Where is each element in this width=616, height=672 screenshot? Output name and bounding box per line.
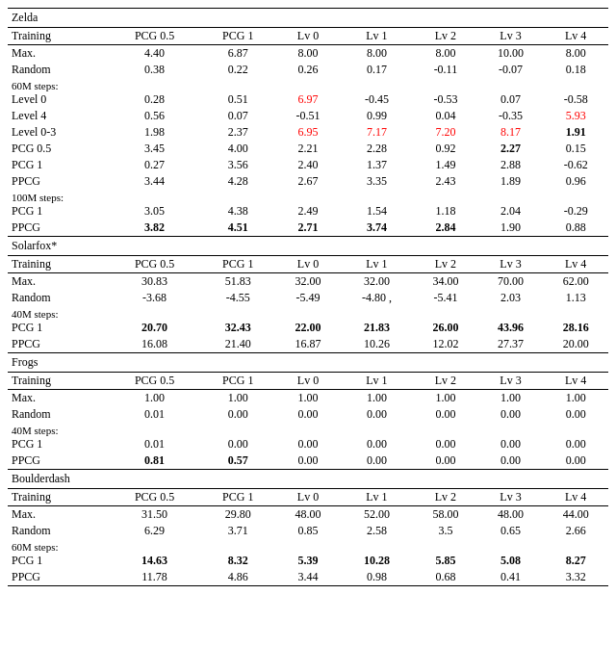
col-header-4: Lv 1 (341, 373, 413, 390)
cell-0-6-3: 2.28 (341, 141, 413, 157)
cell-0-5-3: 7.17 (341, 124, 413, 141)
col-header-1: PCG 0.5 (109, 28, 200, 45)
cell-1-4-1: 21.40 (200, 336, 275, 353)
cell-1-1-6: 1.13 (543, 290, 608, 306)
cell-3-4-2: 3.44 (275, 569, 341, 586)
col-header-5: Lv 2 (413, 256, 478, 273)
cell-0-8-0: 3.44 (109, 173, 200, 190)
col-header-3: Lv 0 (275, 489, 341, 506)
cell-0-5-0: 1.98 (109, 124, 200, 141)
col-header-6: Lv 3 (478, 256, 544, 273)
subheader-3-2: 60M steps: (8, 539, 608, 553)
cell-0-7-6: -0.62 (543, 157, 608, 173)
cell-0-4-1: 0.07 (200, 108, 275, 124)
row-label: PCG 1 (8, 436, 109, 452)
cell-0-7-4: 1.49 (413, 157, 478, 173)
cell-2-4-0: 0.81 (109, 452, 200, 470)
cell-1-4-2: 16.87 (275, 336, 341, 353)
cell-0-1-1: 0.22 (200, 62, 275, 78)
cell-1-0-3: 32.00 (341, 273, 413, 291)
cell-1-3-3: 21.83 (341, 320, 413, 336)
cell-2-0-5: 1.00 (478, 390, 544, 407)
row-label: PCG 1 (8, 157, 109, 173)
row-label: Level 4 (8, 108, 109, 124)
cell-0-11-5: 1.90 (478, 220, 544, 237)
cell-0-6-5: 2.27 (478, 141, 544, 157)
subheader-0-2: 60M steps: (8, 78, 608, 91)
cell-1-1-2: -5.49 (275, 290, 341, 306)
cell-1-3-0: 20.70 (109, 320, 200, 336)
cell-3-1-1: 3.71 (200, 523, 275, 539)
col-header-6: Lv 3 (478, 373, 544, 390)
cell-0-8-3: 3.35 (341, 173, 413, 190)
cell-2-3-0: 0.01 (109, 436, 200, 452)
row-label: PPCG (8, 173, 109, 190)
cell-3-0-3: 52.00 (341, 506, 413, 524)
row-label: PPCG (8, 569, 109, 586)
cell-3-0-6: 44.00 (543, 506, 608, 524)
cell-0-8-4: 2.43 (413, 173, 478, 190)
cell-0-10-5: 2.04 (478, 203, 544, 220)
col-header-1: PCG 0.5 (109, 256, 200, 273)
cell-2-1-3: 0.00 (341, 406, 413, 423)
cell-2-0-1: 1.00 (200, 390, 275, 407)
cell-0-0-2: 8.00 (275, 45, 341, 63)
cell-0-3-3: -0.45 (341, 91, 413, 108)
cell-3-1-0: 6.29 (109, 523, 200, 539)
cell-3-3-1: 8.32 (200, 553, 275, 569)
cell-1-0-6: 62.00 (543, 273, 608, 291)
cell-0-5-6: 1.91 (543, 124, 608, 141)
cell-3-1-6: 2.66 (543, 523, 608, 539)
cell-0-5-2: 6.95 (275, 124, 341, 141)
col-header-3: Lv 0 (275, 28, 341, 45)
cell-2-1-5: 0.00 (478, 406, 544, 423)
cell-2-0-6: 1.00 (543, 390, 608, 407)
cell-1-1-3: -4.80 , (341, 290, 413, 306)
cell-1-0-2: 32.00 (275, 273, 341, 291)
cell-1-4-3: 10.26 (341, 336, 413, 353)
col-header-0: Training (8, 28, 109, 45)
col-header-1: PCG 0.5 (109, 489, 200, 506)
cell-1-3-2: 22.00 (275, 320, 341, 336)
cell-0-0-4: 8.00 (413, 45, 478, 63)
cell-0-10-1: 4.38 (200, 203, 275, 220)
cell-0-4-6: 5.93 (543, 108, 608, 124)
cell-0-8-2: 2.67 (275, 173, 341, 190)
col-header-2: PCG 1 (200, 373, 275, 390)
cell-1-0-1: 51.83 (200, 273, 275, 291)
cell-3-1-5: 0.65 (478, 523, 544, 539)
section-header-0: Zelda (8, 9, 608, 28)
cell-0-5-4: 7.20 (413, 124, 478, 141)
cell-1-4-5: 27.37 (478, 336, 544, 353)
cell-2-0-0: 1.00 (109, 390, 200, 407)
cell-3-0-5: 48.00 (478, 506, 544, 524)
row-label: Random (8, 62, 109, 78)
results-table: ZeldaTrainingPCG 0.5PCG 1Lv 0Lv 1Lv 2Lv … (8, 8, 608, 586)
row-label: Max. (8, 45, 109, 63)
cell-3-3-3: 10.28 (341, 553, 413, 569)
cell-0-5-5: 8.17 (478, 124, 544, 141)
cell-3-4-1: 4.86 (200, 569, 275, 586)
col-header-1: PCG 0.5 (109, 373, 200, 390)
cell-3-4-6: 3.32 (543, 569, 608, 586)
cell-2-0-3: 1.00 (341, 390, 413, 407)
cell-3-0-1: 29.80 (200, 506, 275, 524)
cell-0-1-0: 0.38 (109, 62, 200, 78)
cell-2-4-3: 0.00 (341, 452, 413, 470)
row-label: Random (8, 290, 109, 306)
cell-2-1-1: 0.00 (200, 406, 275, 423)
cell-0-7-3: 1.37 (341, 157, 413, 173)
cell-2-3-2: 0.00 (275, 436, 341, 452)
col-header-6: Lv 3 (478, 489, 544, 506)
cell-0-0-0: 4.40 (109, 45, 200, 63)
cell-3-1-2: 0.85 (275, 523, 341, 539)
cell-0-1-5: -0.07 (478, 62, 544, 78)
cell-0-4-5: -0.35 (478, 108, 544, 124)
col-header-5: Lv 2 (413, 28, 478, 45)
cell-0-10-4: 1.18 (413, 203, 478, 220)
col-header-0: Training (8, 256, 109, 273)
cell-1-3-6: 28.16 (543, 320, 608, 336)
cell-0-6-4: 0.92 (413, 141, 478, 157)
cell-0-11-4: 2.84 (413, 220, 478, 237)
row-label: Max. (8, 273, 109, 291)
